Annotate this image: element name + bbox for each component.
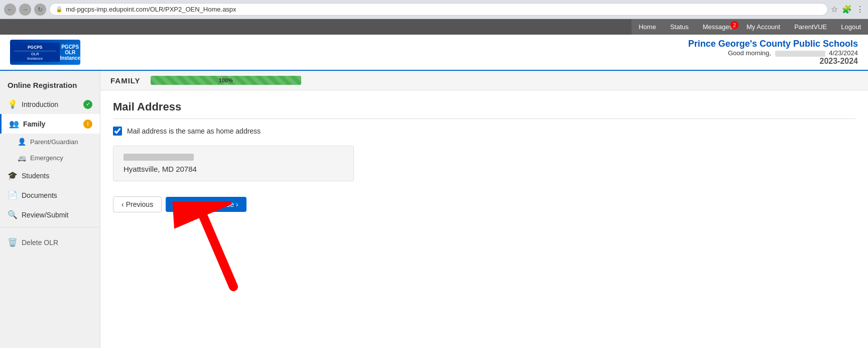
sidebar-item-family[interactable]: 👥 Family ! — [0, 114, 100, 134]
svg-text:OLR: OLR — [31, 52, 40, 56]
messages-link[interactable]: Messages 2 — [696, 19, 739, 35]
sidebar-title: Online Registration — [0, 76, 100, 94]
school-greeting: Good morning, 4/23/2024 — [688, 49, 858, 57]
save-continue-chevron-icon: › — [236, 200, 238, 208]
svg-text:PGCPS: PGCPS — [28, 45, 43, 50]
sidebar-item-introduction[interactable]: 💡 Introduction ✓ — [0, 94, 100, 114]
review-submit-icon: 🔍 — [8, 210, 18, 219]
sidebar-item-family-label: Family — [23, 120, 45, 128]
logo-area: PGCPS OLR Instance — [10, 40, 688, 65]
section-header: FAMILY 100% — [100, 71, 868, 90]
sidebar-delete-label: Delete OLR — [22, 239, 58, 247]
navigation-buttons: ‹ Previous Save And Continue › — [113, 196, 246, 212]
sidebar-item-review-submit-label: Review/Submit — [22, 211, 68, 219]
address-box: Hyattsville, MD 20784 — [113, 146, 354, 181]
introduction-icon: 💡 — [8, 99, 18, 109]
url-text: md-pgcps-imp.edupoint.com/OLR/PXP2_OEN_H… — [66, 6, 236, 13]
documents-icon: 📄 — [8, 190, 18, 200]
section-title: FAMILY — [110, 76, 141, 85]
red-arrow-annotation — [153, 201, 264, 292]
sidebar-item-emergency-label: Emergency — [30, 154, 63, 162]
previous-button[interactable]: ‹ Previous — [113, 196, 162, 212]
sidebar-item-delete-olr[interactable]: 🗑️ Delete OLR — [0, 233, 100, 252]
mail-address-checkbox[interactable] — [113, 127, 122, 136]
status-link[interactable]: Status — [663, 19, 696, 35]
parent-guardian-icon: 👤 — [18, 138, 26, 146]
home-link[interactable]: Home — [632, 19, 663, 35]
sidebar-item-introduction-label: Introduction — [22, 100, 58, 108]
sidebar-item-documents-label: Documents — [22, 191, 57, 199]
sidebar-item-review-submit[interactable]: 🔍 Review/Submit — [0, 205, 100, 224]
extensions-button[interactable]: 🧩 — [842, 5, 852, 14]
family-icon: 👥 — [9, 119, 19, 129]
sidebar-item-documents[interactable]: 📄 Documents — [0, 185, 100, 205]
address-city-state-zip: Hyattsville, MD 20784 — [123, 165, 343, 173]
header-right: Prince George's County Public Schools Go… — [688, 39, 858, 66]
introduction-badge: ✓ — [83, 100, 92, 109]
sidebar-divider — [0, 227, 100, 227]
sidebar-item-students[interactable]: 🎓 Students — [0, 166, 100, 185]
school-year: 2023-2024 — [688, 57, 858, 66]
page-header: PGCPS OLR Instance Prince George's Count… — [0, 35, 868, 71]
sidebar-item-parent-guardian[interactable]: 👤 Parent/Guardian — [0, 134, 100, 150]
delete-icon: 🗑️ — [8, 238, 18, 247]
progress-bar-container: 100% — [151, 76, 301, 85]
sidebar-item-emergency[interactable]: 🚐 Emergency — [0, 150, 100, 166]
family-badge: ! — [83, 120, 92, 129]
save-and-continue-button[interactable]: Save And Continue › — [166, 197, 246, 212]
page-title: Mail Address — [113, 100, 855, 119]
students-icon: 🎓 — [8, 171, 18, 180]
browser-actions: ☆ 🧩 ⋮ — [831, 5, 864, 14]
back-button[interactable]: ← — [4, 4, 16, 16]
nav-section: ‹ Previous Save And Continue › — [113, 196, 246, 212]
mail-address-checkbox-label[interactable]: Mail address is the same as home address — [127, 127, 261, 135]
progress-text: 100% — [151, 77, 301, 83]
reload-button[interactable]: ↻ — [34, 4, 46, 16]
svg-line-6 — [203, 216, 233, 287]
address-bar[interactable]: 🔒 md-pgcps-imp.edupoint.com/OLR/PXP2_OEN… — [49, 3, 828, 16]
content-inner: Mail Address Mail address is the same as… — [100, 90, 868, 222]
school-logo: PGCPS OLR Instance — [10, 40, 80, 65]
svg-text:Instance: Instance — [27, 56, 43, 61]
main-layout: Online Registration 💡 Introduction ✓ 👥 F… — [0, 71, 868, 348]
content-area: FAMILY 100% Mail Address Mail address is… — [100, 71, 868, 348]
browser-chrome: ← → ↻ 🔒 md-pgcps-imp.edupoint.com/OLR/PX… — [0, 0, 868, 19]
emergency-icon: 🚐 — [18, 154, 26, 162]
school-name: Prince George's County Public Schools — [688, 39, 858, 49]
my-account-link[interactable]: My Account — [739, 19, 787, 35]
previous-chevron-icon: ‹ — [121, 200, 124, 208]
parentvue-link[interactable]: ParentVUE — [787, 19, 834, 35]
sidebar: Online Registration 💡 Introduction ✓ 👥 F… — [0, 71, 100, 348]
logout-link[interactable]: Logout — [834, 19, 868, 35]
sidebar-item-parent-guardian-label: Parent/Guardian — [30, 138, 78, 146]
menu-button[interactable]: ⋮ — [856, 5, 864, 14]
sidebar-item-students-label: Students — [22, 172, 49, 180]
address-line1-redacted — [123, 154, 194, 161]
bookmark-button[interactable]: ☆ — [831, 5, 838, 14]
top-navigation: Home Status Messages 2 My Account Parent… — [0, 19, 868, 35]
username-redacted — [775, 51, 825, 57]
mail-address-checkbox-row: Mail address is the same as home address — [113, 127, 855, 136]
messages-badge: 2 — [730, 21, 738, 29]
lock-icon: 🔒 — [56, 6, 63, 13]
forward-button[interactable]: → — [19, 4, 31, 16]
